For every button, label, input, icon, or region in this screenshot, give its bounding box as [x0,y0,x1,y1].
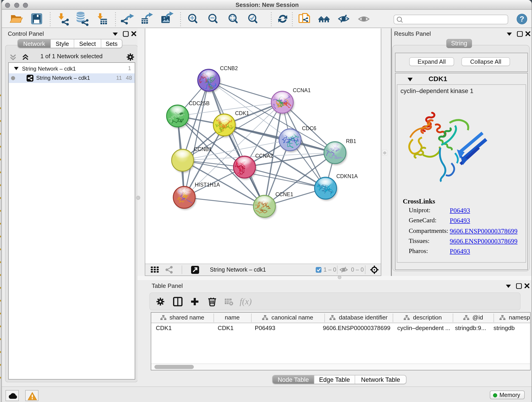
svg-text:CCNE1: CCNE1 [275,191,293,197]
svg-text:CDK1: CDK1 [235,110,249,116]
svg-text:f(x): f(x) [240,297,252,306]
svg-text:CDC25B: CDC25B [189,100,210,106]
svg-text:RB1: RB1 [346,138,356,144]
svg-text:CCNA2: CCNA2 [255,153,273,159]
svg-text:HIST1H1A: HIST1H1A [195,182,220,188]
svg-text:?: ? [520,15,524,23]
svg-text:CCNB1: CCNB1 [194,146,212,152]
svg-text:String Network – cdk1: String Network – cdk1 [210,266,266,273]
svg-text:CDKN1A: CDKN1A [336,173,358,179]
svg-text:1 – 0: 1 – 0 [323,266,336,273]
svg-text:0 – 0: 0 – 0 [351,266,364,273]
svg-text:CDC6: CDC6 [302,125,317,131]
svg-text:CCNB2: CCNB2 [220,65,238,71]
svg-text:CCNA1: CCNA1 [293,87,311,93]
